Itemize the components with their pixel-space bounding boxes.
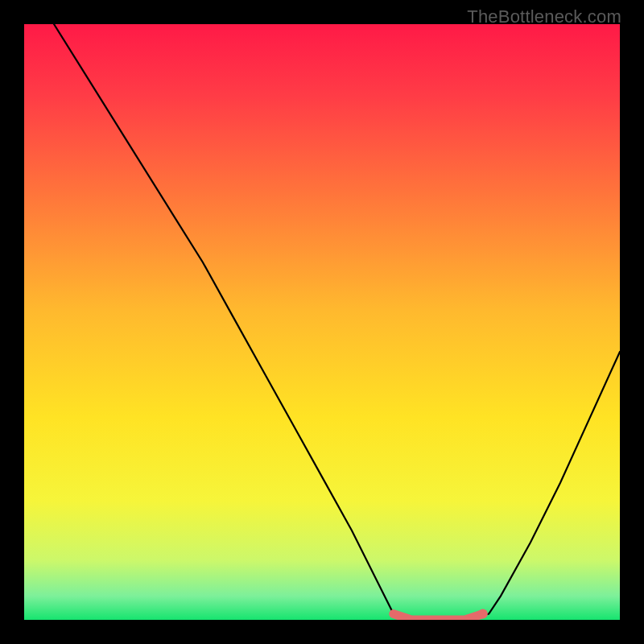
- watermark-text: TheBottleneck.com: [467, 6, 621, 27]
- svg-rect-0: [24, 24, 620, 620]
- plot-area: [24, 24, 620, 620]
- background-gradient: [24, 24, 620, 620]
- chart-frame: TheBottleneck.com: [0, 0, 644, 644]
